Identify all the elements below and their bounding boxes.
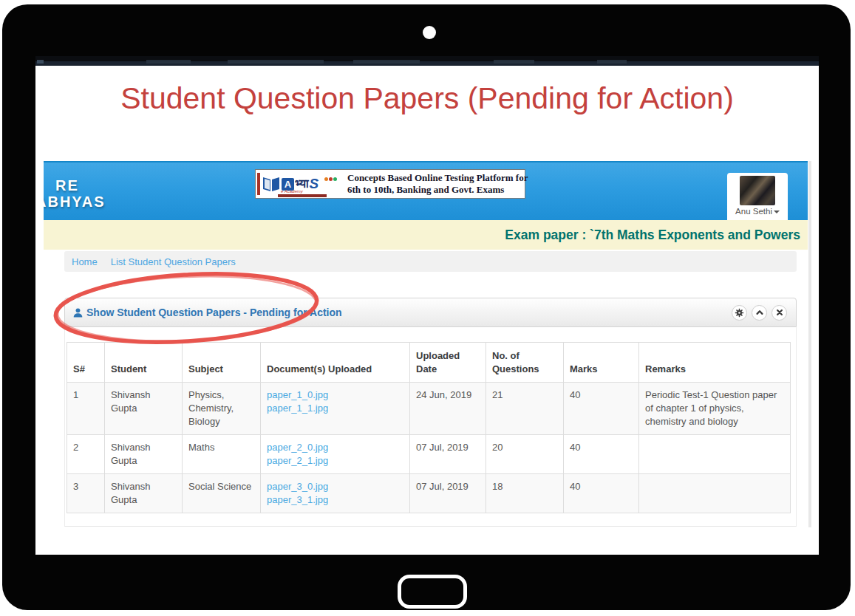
cell-uploaded-date: 24 Jun, 2019 bbox=[410, 383, 486, 435]
table-row: 1 Shivansh Gupta Physics, Chemistry, Bio… bbox=[67, 383, 791, 435]
person-icon bbox=[72, 307, 84, 318]
user-name-label: Anu Sethi bbox=[735, 207, 772, 216]
chrome-fragment bbox=[228, 60, 324, 64]
cell-marks: 40 bbox=[564, 474, 639, 513]
logo-red-band bbox=[278, 194, 327, 197]
chrome-fragment bbox=[597, 60, 627, 64]
page-title: Student Question Papers (Pending for Act… bbox=[35, 81, 819, 116]
cell-student: Shivansh Gupta bbox=[105, 474, 183, 513]
close-icon bbox=[775, 308, 784, 317]
stray-text: `` bbox=[67, 329, 796, 340]
user-name: Anu Sethi bbox=[727, 207, 788, 216]
chrome-fragment bbox=[37, 60, 44, 64]
gear-icon bbox=[735, 308, 744, 318]
browser-chrome-strip bbox=[35, 56, 819, 66]
cell-sno: 2 bbox=[67, 435, 105, 474]
cell-subject: Physics, Chemistry, Biology bbox=[183, 383, 261, 435]
logo-subtext: e Academy bbox=[281, 189, 303, 194]
chrome-fragment bbox=[494, 60, 534, 64]
screen: Student Question Papers (Pending for Act… bbox=[35, 56, 819, 555]
cell-documents: paper_2_0.jpg paper_2_1.jpg bbox=[261, 435, 410, 474]
cell-questions: 20 bbox=[486, 435, 564, 474]
camera-dot-icon bbox=[423, 26, 436, 39]
logo-dots-icon bbox=[324, 171, 337, 184]
document-link[interactable]: paper_1_1.jpg bbox=[267, 402, 403, 415]
question-papers-panel: Show Student Question Papers - Pending f… bbox=[64, 298, 797, 527]
col-uploaded-date: Uploaded Date bbox=[410, 343, 486, 383]
cell-uploaded-date: 07 Jul, 2019 bbox=[410, 435, 486, 474]
exam-banner: Exam paper : `7th Maths Exponents and Po… bbox=[44, 220, 808, 250]
table-row: 3 Shivansh Gupta Social Science paper_3_… bbox=[67, 474, 791, 513]
cell-documents: paper_1_0.jpg paper_1_1.jpg bbox=[261, 383, 410, 435]
breadcrumb: Home List Student Question Papers bbox=[64, 251, 797, 272]
close-button[interactable] bbox=[771, 305, 787, 321]
breadcrumb-home[interactable]: Home bbox=[72, 256, 98, 267]
site-logo: A भ्या S e Academy Concepts Based Online… bbox=[255, 169, 525, 199]
document-link[interactable]: paper_3_0.jpg bbox=[267, 480, 403, 493]
screenshot-stage: Student Question Papers (Pending for Act… bbox=[0, 0, 855, 616]
caret-down-icon bbox=[774, 211, 780, 213]
col-marks: Marks bbox=[564, 343, 639, 383]
cell-student: Shivansh Gupta bbox=[105, 383, 183, 435]
chrome-fragment bbox=[146, 60, 191, 64]
tagline-line-1: Concepts Based Online Testing Platform f… bbox=[347, 172, 528, 184]
panel-toolbar bbox=[732, 305, 787, 321]
user-menu[interactable]: Anu Sethi bbox=[727, 173, 788, 220]
cell-remarks bbox=[639, 435, 791, 474]
col-remarks: Remarks bbox=[639, 343, 791, 383]
brand-line-1: RE bbox=[55, 177, 106, 194]
brand-line-2: ABHYAS bbox=[44, 194, 106, 210]
logo-mark: A भ्या S e Academy bbox=[256, 170, 343, 198]
logo-devanagari: भ्या bbox=[295, 178, 309, 190]
panel-header: Show Student Question Papers - Pending f… bbox=[64, 298, 797, 327]
document-link[interactable]: paper_3_1.jpg bbox=[267, 493, 403, 507]
page-scrollbar[interactable] bbox=[808, 161, 811, 527]
cell-remarks bbox=[639, 474, 791, 513]
question-papers-table: S# Student Subject Document(s) Uploaded … bbox=[67, 342, 791, 513]
cell-sno: 3 bbox=[67, 474, 105, 513]
col-documents: Document(s) Uploaded bbox=[261, 343, 410, 383]
panel-title: Show Student Question Papers - Pending f… bbox=[86, 307, 342, 318]
cell-marks: 40 bbox=[564, 435, 639, 474]
cell-subject: Social Science bbox=[183, 474, 261, 513]
cell-student: Shivansh Gupta bbox=[105, 435, 183, 474]
cell-sno: 1 bbox=[67, 383, 105, 435]
col-sno: S# bbox=[67, 343, 105, 383]
col-subject: Subject bbox=[183, 343, 261, 383]
logo-tagline: Concepts Based Online Testing Platform f… bbox=[343, 172, 528, 196]
avatar bbox=[740, 176, 775, 205]
logo-letter-s: S bbox=[310, 176, 319, 192]
table-row: 2 Shivansh Gupta Maths paper_2_0.jpg pap… bbox=[67, 435, 791, 474]
document-link[interactable]: paper_1_0.jpg bbox=[267, 389, 403, 402]
open-book-icon bbox=[262, 174, 281, 194]
cell-questions: 21 bbox=[486, 383, 564, 435]
cell-uploaded-date: 07 Jul, 2019 bbox=[410, 474, 486, 513]
table-header-row: S# Student Subject Document(s) Uploaded … bbox=[67, 343, 791, 383]
home-button bbox=[398, 575, 467, 609]
tablet-frame: Student Question Papers (Pending for Act… bbox=[2, 4, 851, 610]
chevron-up-icon bbox=[755, 308, 764, 317]
panel-body: `` S# Student Subject Document(s) Upload bbox=[64, 327, 797, 527]
tagline-line-2: 6th to 10th, Banking and Govt. Exams bbox=[347, 184, 528, 196]
site-header: RE ABHYAS A भ्या S bbox=[44, 161, 808, 220]
cell-marks: 40 bbox=[564, 383, 639, 435]
collapse-button[interactable] bbox=[752, 305, 767, 321]
logo-red-sliver bbox=[257, 173, 260, 195]
brand-text: RE ABHYAS bbox=[45, 177, 106, 210]
logo-letter-a: A bbox=[282, 178, 294, 191]
breadcrumb-list-student-question-papers[interactable]: List Student Question Papers bbox=[111, 256, 236, 267]
settings-button[interactable] bbox=[732, 305, 747, 321]
document-link[interactable]: paper_2_1.jpg bbox=[267, 454, 403, 468]
cell-questions: 18 bbox=[486, 474, 564, 513]
document-link[interactable]: paper_2_0.jpg bbox=[267, 441, 403, 454]
col-student: Student bbox=[105, 343, 183, 383]
cell-subject: Maths bbox=[183, 435, 261, 474]
col-questions: No. of Questions bbox=[486, 343, 564, 383]
chrome-fragment bbox=[353, 60, 420, 64]
cell-remarks: Periodic Test-1 Question paper of chapte… bbox=[639, 383, 791, 435]
exam-banner-text: Exam paper : `7th Maths Exponents and Po… bbox=[505, 227, 800, 242]
cell-documents: paper_3_0.jpg paper_3_1.jpg bbox=[261, 474, 410, 513]
